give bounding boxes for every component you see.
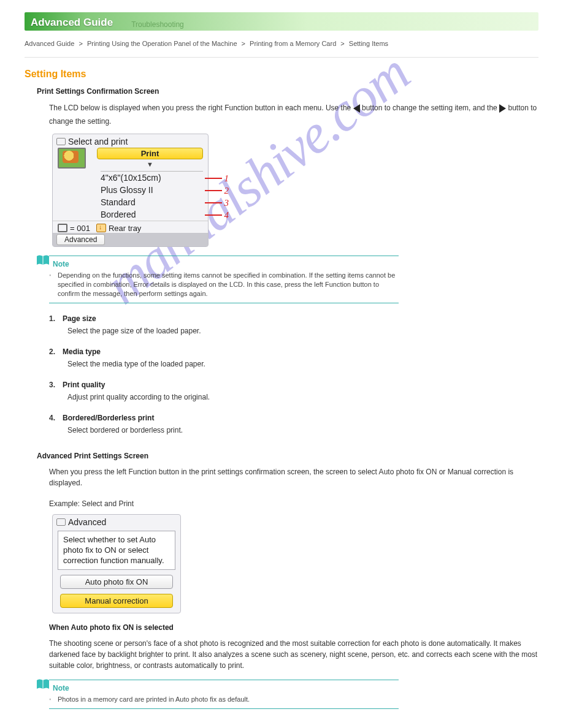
note-heading: Note: [53, 684, 399, 692]
note-box: Note Depending on the functions, some se…: [49, 256, 399, 303]
item-title: Page size: [63, 314, 96, 323]
page-icon: [58, 224, 67, 232]
triangle-left-icon: [353, 104, 360, 113]
manual-correction-button[interactable]: Manual correction: [60, 594, 173, 608]
crumb-item: Setting Items: [349, 40, 388, 47]
item-title: Bordered/Borderless print: [63, 414, 154, 422]
breadcrumb: Advanced Guide > Printing Using the Oper…: [25, 39, 538, 58]
book-icon: [36, 678, 50, 692]
note-heading: Note: [53, 260, 399, 268]
lcd-select-print: Select and print Print ▼ 4"x6"(10x15cm) …: [52, 134, 209, 247]
advanced-button[interactable]: Advanced: [56, 234, 105, 245]
tray-label: Rear tray: [109, 224, 141, 233]
item-number: 3.: [49, 381, 55, 389]
sub-heading: When Auto photo fix ON is selected: [49, 622, 538, 633]
triangle-right-icon: [499, 104, 506, 113]
print-button[interactable]: Print: [97, 148, 203, 159]
page-title: Setting Items: [25, 69, 538, 80]
ribbon-title: Advanced Guide: [31, 17, 113, 29]
item-number: 1.: [49, 314, 55, 323]
note-body: Photos in a memory card are printed in A…: [49, 695, 399, 704]
setting-border[interactable]: Bordered 4: [101, 208, 203, 221]
item-title: Media type: [63, 347, 101, 356]
photo-thumbnail: [58, 148, 86, 169]
crumb-item: Printing from a Memory Card: [250, 40, 336, 47]
lcd-title: Advanced: [68, 517, 106, 527]
lcd-title: Select and print: [68, 137, 128, 146]
chevron-right-icon: >: [242, 40, 245, 47]
section-heading: Print Settings Confirmation Screen: [37, 86, 538, 97]
card-icon: [56, 138, 66, 145]
prompt-text: Select whether to set Auto photo fix to …: [58, 531, 175, 571]
item-number: 2.: [49, 347, 55, 356]
body-text: The shooting scene or person's face of a…: [49, 638, 538, 671]
item-desc: Select bordered or borderless print.: [67, 425, 538, 436]
note-box: Note Photos in a memory card are printed…: [49, 680, 399, 708]
ribbon-secondary: Troubleshooting: [131, 20, 184, 29]
card-icon: [56, 518, 66, 526]
auto-photo-fix-button[interactable]: Auto photo fix ON: [60, 575, 173, 589]
item-number: 4.: [49, 414, 55, 422]
item-desc: Select the media type of the loaded pape…: [67, 358, 538, 370]
chevron-right-icon: >: [340, 40, 344, 47]
lcd-advanced: Advanced Select whether to set Auto phot…: [52, 514, 181, 614]
chevron-down-icon: ▼: [147, 161, 153, 168]
intro-text: button to change the setting item, and t…: [362, 104, 497, 112]
example-label: Example: Select and Print: [49, 498, 538, 509]
header-ribbon: Advanced Guide Troubleshooting: [25, 12, 538, 31]
setting-media-type[interactable]: Plus Glossy II 2: [101, 184, 203, 196]
book-icon: [36, 254, 50, 268]
item-desc: Adjust print quality according to the or…: [67, 392, 538, 403]
tray-icon: [96, 224, 106, 232]
item-desc: Select the page size of the loaded paper…: [67, 325, 538, 336]
setting-quality[interactable]: Standard 3: [101, 196, 203, 208]
setting-page-size[interactable]: 4"x6"(10x15cm) 1: [101, 172, 203, 184]
crumb-item: Advanced Guide: [25, 40, 74, 47]
chevron-right-icon: >: [79, 40, 82, 47]
intro-text: The LCD below is displayed when you pres…: [49, 104, 351, 112]
item-title: Print quality: [63, 381, 105, 389]
copy-count: = 001: [70, 224, 90, 233]
note-body: Depending on the functions, some setting…: [49, 271, 399, 299]
body-text: When you press the left Function button …: [49, 466, 538, 488]
crumb-item: Printing Using the Operation Panel of th…: [87, 40, 237, 47]
section-heading: Advanced Print Settings Screen: [37, 450, 538, 461]
